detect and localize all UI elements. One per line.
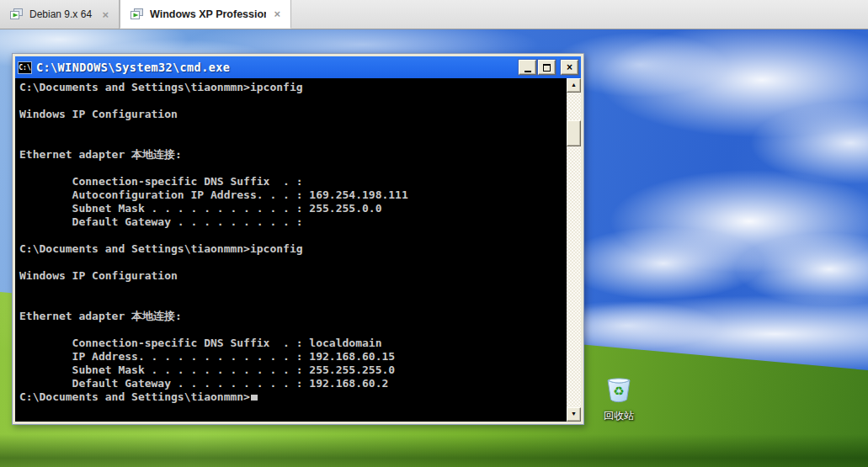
recycle-bin-icon: ♻ [604, 374, 634, 405]
command-prompt-line: C:\Documents and Settings\tiaonmmn> [15, 390, 581, 404]
cmd-window-title: C:\WINDOWS\System32\cmd.exe [36, 61, 514, 74]
scroll-up-button[interactable]: ▲ [567, 78, 581, 93]
tab-windows-xp-label: Windows XP Professional ... [150, 8, 266, 20]
scrollbar-thumb[interactable] [567, 120, 581, 146]
tab-windows-xp-close-icon[interactable]: × [272, 8, 282, 19]
cmd-window: C:\ C:\WINDOWS\System32\cmd.exe × C:\Doc… [12, 53, 584, 425]
minimize-icon [525, 71, 531, 72]
window-controls: × [519, 60, 578, 75]
vm-tab-bar: Debian 9.x 64 位 × Windows XP Professiona… [0, 0, 868, 29]
close-icon: × [567, 62, 572, 72]
terminal-output-text: C:\Documents and Settings\tiaonmmn>ipcon… [15, 78, 581, 390]
maximize-button[interactable] [538, 60, 556, 75]
minimize-button[interactable] [519, 60, 536, 75]
cmd-app-icon: C:\ [18, 61, 32, 74]
screen: Debian 9.x 64 位 × Windows XP Professiona… [0, 0, 868, 467]
vm-console-icon [10, 8, 24, 20]
tab-debian-label: Debian 9.x 64 位 [29, 8, 94, 22]
recycle-arrows-icon: ♻ [613, 384, 624, 399]
tab-debian[interactable]: Debian 9.x 64 位 × [0, 0, 120, 29]
recycle-bin-shortcut[interactable]: ♻ 回收站 [589, 374, 648, 423]
vertical-scrollbar[interactable]: ▲ ▼ [567, 78, 581, 422]
tab-windows-xp[interactable]: Windows XP Professional ... × [120, 0, 291, 29]
tab-debian-close-icon[interactable]: × [100, 9, 110, 20]
scroll-down-button[interactable]: ▼ [567, 407, 581, 422]
recycle-bin-label: 回收站 [589, 409, 648, 423]
vm-console-icon [130, 8, 144, 20]
maximize-icon [543, 64, 551, 72]
close-button[interactable]: × [561, 60, 578, 75]
prompt-text: C:\Documents and Settings\tiaonmmn> [19, 390, 250, 403]
text-cursor [251, 395, 258, 401]
cmd-title-bar[interactable]: C:\ C:\WINDOWS\System32\cmd.exe × [15, 56, 581, 78]
terminal-output-area[interactable]: C:\Documents and Settings\tiaonmmn>ipcon… [15, 78, 581, 422]
